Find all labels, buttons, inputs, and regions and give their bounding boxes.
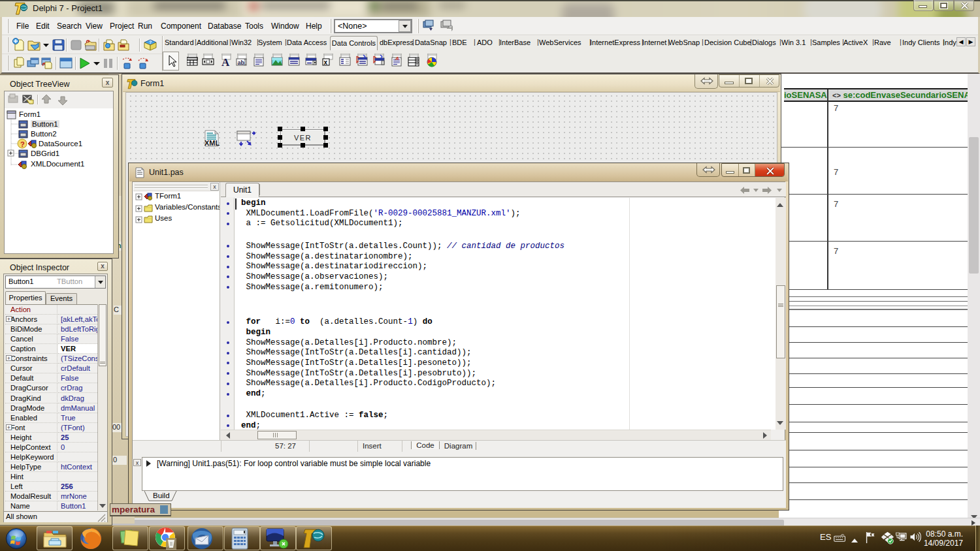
svg-text:ab: ab bbox=[238, 59, 245, 66]
svg-text:A: A bbox=[221, 56, 230, 69]
svg-text:x: x bbox=[324, 59, 328, 66]
svg-text:XML: XML bbox=[204, 139, 220, 147]
svg-text:?: ? bbox=[20, 140, 25, 148]
svg-text:A: A bbox=[395, 55, 399, 61]
svg-text:?: ? bbox=[149, 40, 152, 44]
